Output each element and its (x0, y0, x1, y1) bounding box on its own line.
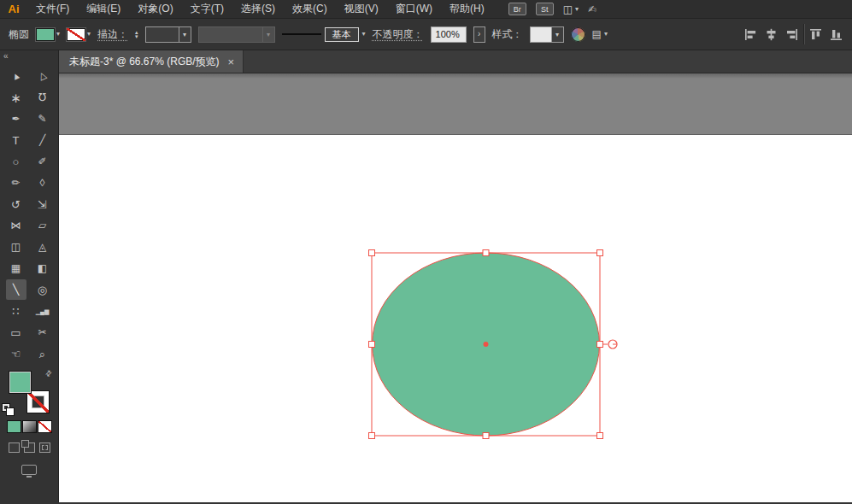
eraser-tool[interactable]: ◊ (32, 173, 53, 193)
tab-close-icon[interactable]: × (228, 56, 235, 67)
stroke-color-dropdown[interactable]: ▾ (67, 28, 91, 41)
lasso-tool[interactable]: ℧ (32, 87, 53, 108)
shaper-tool[interactable]: ✏ (6, 173, 26, 193)
scale-tool[interactable]: ⇲ (32, 194, 53, 214)
document-setup-dropdown[interactable]: ▤ ▾ (592, 28, 608, 40)
align-vertical-top-button[interactable] (807, 26, 825, 43)
shape-builder-tool[interactable]: ◫ (6, 237, 26, 257)
stroke-weight-dropdown[interactable]: ▾ (145, 26, 191, 43)
canvas[interactable] (59, 73, 852, 502)
brush-definition-dropdown[interactable]: ▾ (198, 26, 275, 43)
menu-edit[interactable]: 编辑(E) (78, 0, 129, 18)
fill-swatch[interactable] (9, 372, 31, 393)
artboard-tool[interactable]: ▭ (6, 322, 26, 343)
direct-selection-tool[interactable]: ▷ (32, 66, 53, 86)
eyedropper-tool[interactable]: ╲ (6, 279, 26, 300)
chevron-down-icon[interactable]: ▾ (179, 27, 191, 42)
rotate-tool-icon: ↺ (11, 199, 21, 210)
opacity-label[interactable]: 不透明度： (373, 27, 424, 42)
none-button[interactable] (38, 421, 51, 432)
chevron-down-icon: ▾ (551, 27, 563, 42)
symbol-sprayer-tool-icon: ∷ (12, 306, 19, 317)
fill-color-swatch (36, 28, 55, 41)
draw-behind-button[interactable] (24, 442, 35, 453)
align-horizontal-right-button[interactable] (783, 26, 801, 43)
ellipse-tool[interactable]: ○ (6, 151, 26, 172)
zoom-tool[interactable]: ⌕ (32, 343, 53, 364)
selection-tool-icon: ► (9, 70, 22, 83)
selection-handle[interactable] (597, 342, 603, 348)
selection-handle[interactable] (483, 433, 489, 439)
slice-tool-icon: ✂ (38, 327, 46, 337)
stroke-style-value[interactable]: 基本 (325, 27, 359, 42)
paintbrush-tool[interactable]: ✐ (32, 151, 53, 172)
stroke-profile-dropdown[interactable]: 基本 ▾ (282, 26, 366, 42)
selection-handle[interactable] (483, 250, 489, 256)
symbol-sprayer-tool[interactable]: ∷ (6, 301, 26, 321)
menu-type[interactable]: 文字(T) (182, 0, 232, 18)
selection-handle[interactable] (369, 433, 375, 439)
arrange-documents-button[interactable]: ◫ ▾ (563, 3, 579, 15)
type-tool[interactable]: T (6, 130, 26, 150)
rotate-tool[interactable]: ↺ (6, 194, 26, 214)
selection-handle[interactable] (369, 250, 375, 256)
menu-select[interactable]: 选择(S) (232, 0, 284, 18)
free-transform-tool[interactable]: ▱ (32, 215, 53, 236)
perspective-grid-tool[interactable]: ◬ (32, 237, 53, 257)
width-tool[interactable]: ⋈ (6, 215, 26, 236)
curvature-tool[interactable]: ✎ (32, 108, 53, 129)
graphic-style-dropdown[interactable]: ▾ (530, 26, 564, 43)
draw-normal-button[interactable] (9, 442, 20, 453)
menu-object[interactable]: 对象(O) (129, 0, 181, 18)
stock-button[interactable]: St (536, 3, 554, 15)
screen-mode-button[interactable] (21, 465, 37, 475)
line-segment-tool[interactable]: ╱ (32, 130, 53, 150)
bridge-button[interactable]: Br (508, 3, 526, 15)
opacity-expand-button[interactable]: › (473, 26, 485, 43)
pen-tool[interactable]: ✒ (6, 108, 26, 129)
stroke-weight-label[interactable]: 描边： (97, 27, 128, 42)
workspace: « ►▷∗℧✒✎T╱○✐✏◊↺⇲⋈▱◫◬▦◧╲◎∷▁▄▆▭✂☜⌕ ⇄ (0, 50, 852, 502)
swap-fill-stroke-icon[interactable]: ⇄ (44, 368, 54, 378)
stepper-down-icon[interactable]: ▾ (135, 34, 138, 38)
slice-tool[interactable]: ✂ (32, 322, 53, 343)
stroke-weight-value[interactable] (146, 27, 179, 42)
gradient-tool[interactable]: ◧ (32, 258, 53, 278)
align-horizontal-left-icon (744, 28, 757, 41)
hand-tool[interactable]: ☜ (6, 343, 26, 364)
menu-window[interactable]: 窗口(W) (387, 0, 441, 18)
menu-view[interactable]: 视图(V) (336, 0, 387, 18)
align-vertical-bottom-button[interactable] (827, 26, 845, 43)
fill-color-dropdown[interactable]: ▾ (36, 28, 60, 41)
default-fill-stroke-button[interactable] (3, 404, 15, 416)
curvature-tool-icon: ✎ (38, 114, 46, 124)
gradient-button[interactable] (23, 421, 36, 432)
recolor-artwork-button[interactable] (571, 27, 585, 42)
screen-mode-row (0, 465, 58, 475)
center-point[interactable] (484, 342, 489, 347)
document-area: 未标题-3* @ 66.67% (RGB/预览) × (59, 50, 852, 502)
blend-tool[interactable]: ◎ (32, 279, 53, 300)
align-horizontal-left-button[interactable] (742, 26, 760, 43)
panel-collapse-button[interactable]: « (0, 50, 58, 63)
mesh-tool[interactable]: ▦ (6, 258, 26, 278)
selection-tool[interactable]: ► (6, 66, 26, 86)
stroke-weight-stepper[interactable]: ▴ ▾ (135, 30, 138, 38)
selection-handle[interactable] (597, 250, 603, 256)
stroke-swatch[interactable] (27, 391, 49, 413)
opacity-value-field[interactable]: 100% (431, 26, 467, 43)
magic-wand-tool[interactable]: ∗ (6, 87, 26, 108)
selection-handle[interactable] (369, 342, 375, 348)
quill-icon[interactable]: ✍ (588, 3, 596, 15)
column-graph-tool[interactable]: ▁▄▆ (32, 301, 53, 321)
selection-handle[interactable] (597, 433, 603, 439)
shaper-tool-icon: ✏ (11, 178, 20, 188)
chevron-down-icon: ▾ (604, 31, 608, 38)
align-horizontal-center-button[interactable] (762, 26, 780, 43)
draw-inside-button[interactable] (39, 442, 50, 453)
color-button[interactable] (8, 421, 21, 432)
menu-file[interactable]: 文件(F) (27, 0, 78, 18)
menu-help[interactable]: 帮助(H) (441, 0, 493, 18)
document-tab[interactable]: 未标题-3* @ 66.67% (RGB/预览) × (59, 50, 244, 73)
menu-effect[interactable]: 效果(C) (284, 0, 336, 18)
